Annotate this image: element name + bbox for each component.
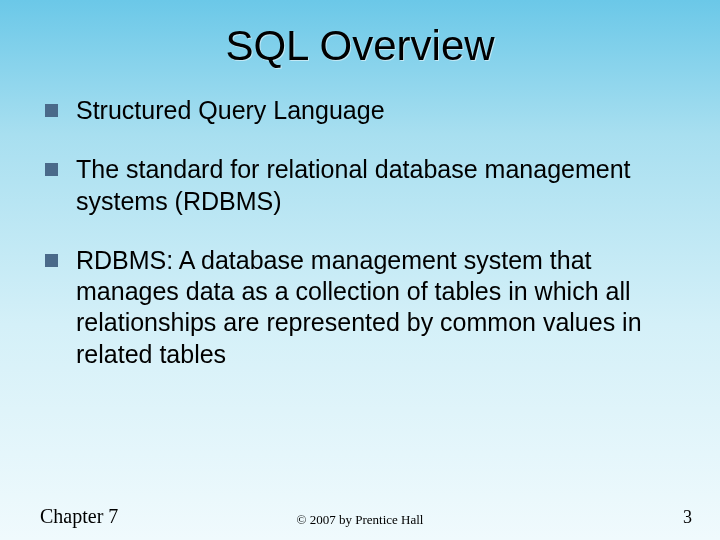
chapter-label: Chapter 7: [40, 505, 118, 528]
square-bullet-icon: [45, 104, 58, 117]
slide-title: SQL Overview: [0, 0, 720, 80]
bullet-item: RDBMS: A database management system that…: [45, 245, 675, 370]
bullet-text: Structured Query Language: [76, 95, 385, 126]
page-number: 3: [683, 507, 692, 528]
bullet-text: RDBMS: A database management system that…: [76, 245, 675, 370]
bullet-item: Structured Query Language: [45, 95, 675, 126]
copyright-label: © 2007 by Prentice Hall: [297, 512, 424, 528]
slide: SQL Overview Structured Query Language T…: [0, 0, 720, 540]
square-bullet-icon: [45, 163, 58, 176]
slide-footer: Chapter 7 © 2007 by Prentice Hall 3: [0, 505, 720, 528]
square-bullet-icon: [45, 254, 58, 267]
bullet-item: The standard for relational database man…: [45, 154, 675, 217]
bullet-text: The standard for relational database man…: [76, 154, 675, 217]
slide-content: Structured Query Language The standard f…: [0, 80, 720, 370]
